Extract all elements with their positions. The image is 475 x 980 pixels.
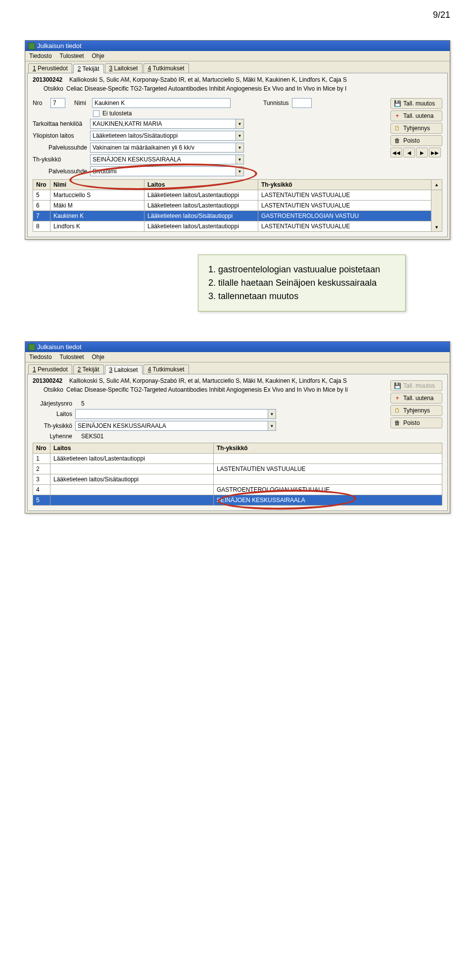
window-1: Julkaisun tiedot Tiedosto Tulosteet Ohje… — [25, 40, 450, 240]
col-th: Th-yksikkö — [258, 180, 431, 190]
nav-buttons: ◀◀ ◀ ▶ ▶▶ — [390, 148, 442, 157]
palvelussuhde2-label: Palvelussuhde — [33, 168, 87, 175]
dropdown-icon[interactable]: ▼ — [236, 155, 244, 164]
lyhenne-label: Lyhenne — [33, 433, 72, 440]
menubar: Tiedosto Tulosteet Ohje — [25, 51, 450, 61]
ei-tulosteta-checkbox[interactable] — [93, 110, 99, 117]
panel-laitokset: 201300242 Kalliokoski S, Sulic AM, Korpo… — [27, 374, 448, 511]
menu-tiedosto[interactable]: Tiedosto — [29, 354, 52, 361]
tab-tutkimukset[interactable]: 4 Tutkimukset — [143, 364, 189, 374]
palvelussuhde-label: Palvelussuhde — [33, 144, 87, 151]
tunnistus-field[interactable] — [292, 98, 312, 108]
authors-line: Kalliokoski S, Sulic AM, Korponay-Szabó … — [69, 76, 442, 83]
dropdown-icon[interactable]: ▼ — [236, 119, 244, 129]
nro-label: Nro — [33, 100, 48, 106]
authors-table: Nro Nimi Laitos Th-yksikkö ▲ 5Martucciel… — [33, 179, 442, 232]
menubar: Tiedosto Tulosteet Ohje — [25, 352, 450, 362]
dropdown-icon[interactable]: ▼ — [268, 421, 276, 431]
yliopiston-laitos-field[interactable]: Lääketieteen laitos/Sisätautioppi — [90, 131, 236, 141]
col-laitos: Laitos — [144, 180, 258, 190]
nimi-label: Nimi — [74, 100, 89, 106]
tall-muutos-button[interactable]: 💾Tall. muutos — [390, 98, 442, 109]
tab-tutkimukset[interactable]: 4 Tutkimukset — [143, 63, 189, 73]
menu-tulosteet[interactable]: Tulosteet — [60, 354, 84, 361]
titlebar: Julkaisun tiedot — [25, 41, 450, 51]
tarkoittaa-field[interactable]: KAUKINEN,KATRI MARIA — [90, 119, 236, 129]
menu-ohje[interactable]: Ohje — [92, 354, 104, 361]
nimi-field[interactable]: Kaukinen K — [92, 98, 231, 108]
save-icon: 💾 — [394, 100, 401, 107]
tab-laitokset[interactable]: 3 Laitokset — [105, 365, 142, 374]
clear-icon: 🗋 — [394, 407, 401, 414]
scrollbar[interactable]: ▼ — [431, 190, 442, 232]
titlebar: Julkaisun tiedot — [25, 342, 450, 352]
tyhjennys-button[interactable]: 🗋Tyhjennys — [390, 405, 442, 416]
otsikko-text: Celiac Disease-Specific TG2-Targeted Aut… — [66, 85, 442, 92]
table-row[interactable]: 5Martucciello SLääketieteen laitos/Laste… — [33, 190, 442, 201]
nav-next-button[interactable]: ▶ — [416, 148, 428, 157]
laitokset-table: Nro Laitos Th-yksikkö 1Lääketieteen lait… — [33, 443, 442, 506]
tall-uutena-button[interactable]: +Tall. uutena — [390, 110, 442, 121]
col-nro: Nro — [33, 443, 50, 454]
dropdown-icon[interactable]: ▼ — [236, 131, 244, 141]
nav-first-button[interactable]: ◀◀ — [390, 148, 402, 157]
jarjestysnro-value: 5 — [81, 400, 85, 407]
laitos-field[interactable] — [75, 409, 268, 419]
tab-perustiedot[interactable]: 1 Perustiedot — [28, 63, 72, 73]
th-yksikko-field[interactable]: SEINÄJOEN KESKUSSAIRAALA — [90, 155, 236, 164]
side-buttons: 💾Tall. muutos +Tall. uutena 🗋Tyhjennys 🗑… — [390, 380, 442, 428]
table-row[interactable]: 6Mäki MLääketieteen laitos/Lastentautiop… — [33, 201, 442, 211]
tall-uutena-button[interactable]: +Tall. uutena — [390, 393, 442, 404]
poisto-button[interactable]: 🗑Poisto — [390, 135, 442, 146]
table-row[interactable]: 1Lääketieteen laitos/Lastentautioppi — [33, 454, 442, 464]
annotation-line-2: 2. tilalle haetaan Seinäjoen keskussaira… — [208, 276, 395, 290]
save-icon: 💾 — [394, 382, 401, 389]
tarkoittaa-label: Tarkoittaa henkilöä — [33, 120, 87, 127]
table-row-selected[interactable]: 7Kaukinen KLääketieteen laitos/Sisätauti… — [33, 211, 442, 221]
palvelussuhde-field[interactable]: Vakinainen tai määräaikainen yli 6 kk/v — [90, 143, 236, 153]
col-nimi: Nimi — [50, 180, 144, 190]
tab-tekijat[interactable]: 2 Tekijät — [73, 64, 104, 73]
scroll-up-icon[interactable]: ▲ — [431, 180, 442, 190]
delete-icon: 🗑 — [394, 419, 401, 426]
th-yksikko-label: Th-yksikkö — [33, 156, 87, 163]
tab-laitokset[interactable]: 3 Laitokset — [105, 63, 142, 73]
table-row[interactable]: 2LASTENTAUTIEN VASTUUALUE — [33, 464, 442, 474]
col-laitos: Laitos — [50, 443, 214, 454]
menu-tiedosto[interactable]: Tiedosto — [29, 52, 52, 59]
th-yksikko-field[interactable]: SEINÄJOEN KESKUSSAIRAALA — [75, 421, 268, 431]
dropdown-icon[interactable]: ▼ — [236, 166, 244, 176]
annotation-box: 1. gastroentelologian vastuualue poistet… — [198, 255, 406, 311]
menu-tulosteet[interactable]: Tulosteet — [60, 52, 84, 59]
tyhjennys-button[interactable]: 🗋Tyhjennys — [390, 123, 442, 134]
app-icon — [28, 344, 35, 351]
window-title: Julkaisun tiedot — [37, 42, 82, 50]
dropdown-icon[interactable]: ▼ — [268, 409, 276, 419]
tabs: 1 Perustiedot 2 Tekijät 3 Laitokset 4 Tu… — [25, 362, 450, 374]
nro-field[interactable]: 7 — [50, 98, 65, 108]
side-buttons: 💾Tall. muutos +Tall. uutena 🗋Tyhjennys 🗑… — [390, 98, 442, 157]
table-row-selected[interactable]: 5SEINÄJOEN KESKUSSAIRAALA — [33, 495, 442, 506]
otsikko-label: Otsikko — [33, 85, 63, 92]
table-row[interactable]: 8Lindfors KLääketieteen laitos/Lastentau… — [33, 221, 442, 232]
pub-id: 201300242 — [33, 377, 62, 384]
menu-ohje[interactable]: Ohje — [92, 52, 104, 59]
annotation-line-1: 1. gastroentelologian vastuualue poistet… — [208, 263, 395, 276]
dropdown-icon[interactable]: ▼ — [236, 143, 244, 153]
otsikko-label: Otsikko — [33, 386, 63, 393]
col-nro: Nro — [33, 180, 50, 190]
nav-prev-button[interactable]: ◀ — [403, 148, 415, 157]
app-icon — [28, 43, 35, 50]
poisto-button[interactable]: 🗑Poisto — [390, 417, 442, 428]
table-row[interactable]: 3Lääketieteen laitos/Sisätautioppi — [33, 474, 442, 485]
tab-tekijat[interactable]: 2 Tekijät — [73, 364, 104, 374]
tabs: 1 Perustiedot 2 Tekijät 3 Laitokset 4 Tu… — [25, 61, 450, 73]
table-row[interactable]: 4GASTROENTEROLOGIAN VASTUUALUE — [33, 485, 442, 495]
lyhenne-value: SEKS01 — [81, 433, 103, 440]
nav-last-button[interactable]: ▶▶ — [429, 148, 441, 157]
delete-icon: 🗑 — [394, 137, 401, 144]
tab-perustiedot[interactable]: 1 Perustiedot — [28, 364, 72, 374]
col-th: Th-yksikkö — [214, 443, 442, 454]
palvelussuhde2-field[interactable]: Sivutoimi — [90, 166, 236, 176]
yliopiston-laitos-label: Yliopiston laitos — [33, 132, 87, 139]
